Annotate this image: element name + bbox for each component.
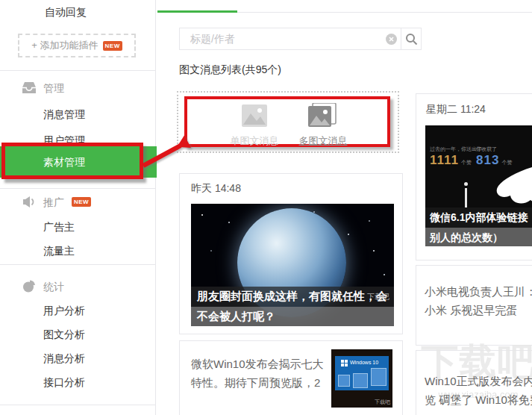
active-tab-indicator (157, 10, 237, 13)
stat2-label: 你收获了 (476, 146, 512, 153)
mini-screen (353, 373, 368, 388)
clear-search-icon[interactable] (386, 34, 397, 45)
article-title-line2: 不会被人打呢？ (191, 307, 394, 326)
search-box (179, 28, 422, 50)
search-icon (405, 33, 418, 46)
sidebar-group-promotion: 推广 NEW (0, 196, 155, 210)
advertiser-label: 广告主 (43, 221, 75, 233)
image-watermark: 下载吧 (367, 292, 389, 302)
article-text-line1: Win10正式版发布会内容预 (425, 372, 532, 390)
win10-label: Windows 10 (350, 360, 378, 365)
article-title-line1: 朋友圈封面换成这样，有图就任性，会 (191, 287, 394, 307)
stat1-label: 过去的一年，你送出了 (430, 146, 482, 153)
interface-analysis-label: 接口分析 (43, 376, 85, 388)
sidebar-divider (0, 405, 155, 405)
single-article-button[interactable]: 单图文消息 (226, 103, 283, 148)
single-image-icon (240, 103, 269, 128)
article-text-line2: 览 碉堡了 Win10将免费 (425, 390, 532, 409)
article-text-line2: 特性。期待下周预览版，2 (191, 373, 333, 392)
sidebar-item-interface-analysis[interactable]: 接口分析 (0, 376, 155, 390)
white-shape-decoration (476, 161, 532, 210)
sidebar-divider (0, 70, 155, 71)
stat1-value: 1111 (430, 153, 459, 167)
search-input[interactable] (180, 28, 380, 49)
stat1-unit: 个赞 (461, 160, 472, 165)
article-card-xiaomi[interactable]: 小米电视负责人王川：有 小米 乐视迟早完蛋 (416, 265, 532, 346)
megaphone-icon (22, 196, 36, 208)
sidebar-group-manage: 管理 (0, 82, 155, 96)
clock-hand-decoration (464, 182, 468, 186)
mini-screen (338, 375, 350, 387)
add-plugin-label: + 添加功能插件 (31, 39, 98, 52)
article-thumbnail: Windows 10 下载吧 (331, 349, 392, 408)
multi-article-button[interactable]: 多图文消息 (294, 103, 352, 148)
sidebar-divider (0, 264, 155, 265)
article-title-line2: 别人的总次数） (425, 228, 532, 246)
new-badge: NEW (72, 197, 91, 207)
stars-decoration (201, 214, 203, 216)
article-card-earth[interactable]: 昨天 14:48 朋友圈封面换成这样，有图就任性，会 不会被人打呢？ 下载吧 (179, 173, 403, 334)
group-promotion-label: 推广 (43, 196, 64, 208)
windows-logo-icon (341, 360, 348, 366)
tabbar-divider (237, 12, 532, 13)
article-cover-image: 朋友圈封面换成这样，有图就任性，会 不会被人打呢？ 下载吧 (191, 204, 394, 326)
article-cover-image: 过去的一年，你送出了 1111个赞 你收获了 813个赞 微信6.1内部体验链接… (425, 125, 532, 246)
sidebar-item-user-analysis[interactable]: 用户分析 (0, 305, 155, 318)
traffic-owner-label: 流量主 (43, 245, 75, 257)
pie-chart-icon (22, 280, 36, 293)
article-card-win10[interactable]: 微软Win10发布会揭示七大 特性。期待下周预览版，2 Windows 10 下… (179, 340, 403, 415)
sidebar-item-auto-reply[interactable]: 自动回复 (0, 6, 155, 19)
sidebar-divider (0, 188, 155, 189)
message-analysis-label: 消息分析 (43, 352, 85, 364)
new-badge: NEW (103, 41, 122, 51)
article-date: 星期二 11:24 (426, 103, 486, 116)
article-card-wechat61[interactable]: 星期二 11:24 过去的一年，你送出了 1111个赞 你收获了 813个赞 微… (416, 93, 532, 260)
annotation-arrow (136, 133, 199, 174)
sidebar-item-message-analysis[interactable]: 消息分析 (0, 352, 155, 366)
article-text-line1: 微软Win10发布会揭示七大 (191, 355, 333, 373)
article-title-line1: 微信6.1内部体验链接（ (425, 208, 532, 228)
article-date: 昨天 14:48 (191, 182, 241, 196)
sidebar-item-advertiser[interactable]: 广告主 (0, 221, 155, 234)
add-plugin-button[interactable]: + 添加功能插件 NEW (18, 34, 136, 57)
group-statistics-label: 统计 (43, 281, 64, 293)
annotation-red-box-composer (184, 96, 390, 147)
sidebar-divider-vertical (155, 0, 156, 415)
sidebar-item-traffic-owner[interactable]: 流量主 (0, 245, 155, 258)
multi-image-icon (306, 103, 340, 128)
multi-article-label: 多图文消息 (294, 134, 352, 148)
article-text-line2: 小米 乐视迟早完蛋 (425, 301, 532, 319)
message-manage-label: 消息管理 (43, 108, 85, 120)
article-text-line1: 小米电视负责人王川：有 (425, 282, 532, 301)
article-analysis-label: 图文分析 (43, 328, 85, 340)
image-watermark: 下载吧 (375, 399, 390, 406)
single-article-label: 单图文消息 (226, 134, 283, 148)
annotation-red-box-sidebar (1, 143, 143, 179)
user-analysis-label: 用户分析 (43, 305, 85, 316)
win10-slide: Windows 10 (335, 356, 389, 390)
sidebar-item-message-manage[interactable]: 消息管理 (0, 108, 155, 122)
list-title: 图文消息列表(共95个) (179, 63, 281, 77)
group-manage-label: 管理 (43, 82, 64, 94)
clock-hand-decoration (465, 188, 467, 208)
search-button[interactable] (401, 28, 422, 49)
mini-screen (371, 368, 387, 386)
sidebar-group-statistics: 统计 (0, 281, 155, 294)
sidebar-item-article-analysis[interactable]: 图文分析 (0, 328, 155, 342)
inbox-icon (22, 81, 36, 94)
auto-reply-label: 自动回复 (45, 6, 87, 18)
